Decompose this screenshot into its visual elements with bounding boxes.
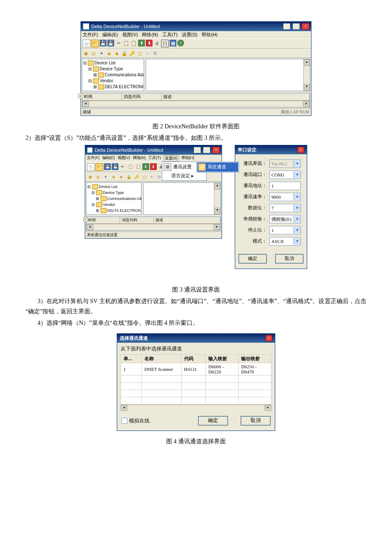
device-tree[interactable]: ⊟ Device List ⊟ Device Type ⊞ Communicat… [86,182,141,215]
tree-device-type[interactable]: ⊟ Device Type [87,190,140,196]
canvas[interactable]: ▴ ▾ [146,59,310,91]
tree-root[interactable]: ⊟ Device List [83,60,143,66]
refresh-icon[interactable]: ↻ [152,50,159,57]
paste-icon[interactable]: 📋 [135,163,141,170]
menu-edit[interactable]: 编辑(E) [102,155,115,162]
key-icon[interactable]: 🔑 [133,173,140,180]
open-icon[interactable]: 📂 [91,40,99,47]
tree-delta[interactable]: ⊞ DELTA ELECTRONIC, INC. [87,208,140,214]
copy-icon[interactable]: 📋 [127,163,134,170]
col-outmap[interactable]: 输出映射 [239,355,271,363]
net-icon[interactable]: ⬆ [142,163,149,170]
div-icon[interactable]: ÷ [148,173,155,180]
online-icon[interactable]: ◉ [87,173,94,180]
net-icon[interactable]: ⬆ [138,40,145,46]
cancel-button[interactable]: 取消 [275,254,303,263]
div-icon[interactable]: ÷ [144,50,151,57]
select-baud[interactable]: 9600▾ [269,193,301,201]
tree-delta[interactable]: ⊞ DELTA ELECTRONIC, INC [83,84,143,90]
node2-icon[interactable]: ◈ [113,50,120,57]
ok-button[interactable]: 确定 [198,416,228,425]
table-row[interactable] [121,397,271,405]
table-row[interactable]: 1 DNET Scanner H4131 D6000 - D6226 D6250… [121,363,271,376]
cut-icon[interactable]: ✂ [119,163,126,170]
save-icon[interactable]: 💾 [100,40,107,46]
paste-icon[interactable]: 📋 [130,40,137,46]
node-icon[interactable]: ◈ [110,173,117,180]
scroll-left-icon[interactable]: ◂ [82,101,89,107]
menu-help[interactable]: 帮助(H) [182,155,195,162]
scroll-left-icon[interactable]: ◂ [121,405,127,411]
select-databits[interactable]: 7▾ [269,204,301,212]
device-tree[interactable]: ⊟ Device List ⊟ Device Type ⊞ Communicat… [82,59,144,91]
scroll-left-icon[interactable]: ◂ [86,224,93,230]
log-grip-icon[interactable]: × [78,93,83,98]
tree-vendor[interactable]: ⊟ Vendor [83,78,143,84]
minimize-button[interactable]: _ [283,23,291,30]
cancel-button[interactable]: 取消 [241,416,271,425]
copy-icon[interactable]: 📋 [123,40,130,46]
print-icon[interactable]: 🖨 [153,40,160,46]
grid-icon[interactable]: ▦ [170,40,176,46]
select-mode[interactable]: ASCII▾ [269,237,301,246]
table-row[interactable] [121,376,271,383]
select-parity[interactable]: 偶校验(E)▾ [269,215,301,223]
lock-icon[interactable]: 🔒 [125,173,132,180]
new-icon[interactable]: □ [87,163,95,171]
menu-file[interactable]: 文件(F) [83,32,98,38]
select-interface[interactable]: Via PLC▾ [269,159,301,168]
lock-icon[interactable]: 🔒 [121,50,128,57]
menu-tools[interactable]: 工具(T) [148,155,161,162]
win-icon[interactable]: ☐ [161,40,169,47]
tree-vendor[interactable]: ⊟ Vendor [87,202,140,208]
scrollbar-vertical[interactable]: ▴ ▾ [303,59,310,91]
select-stopbits[interactable]: 1▾ [269,226,301,234]
help-icon[interactable]: ? [177,40,184,46]
col-inmap[interactable]: 输入映射 [206,355,239,363]
close-button[interactable]: × [302,23,309,30]
scroll-up-icon[interactable]: ▴ [304,59,310,66]
cut-icon[interactable]: ✂ [115,40,122,46]
table-row[interactable] [121,390,271,397]
scroll-down-icon[interactable]: ▾ [304,84,310,91]
menu-tools[interactable]: 工具(T) [162,32,178,38]
maximize-button[interactable]: □ [292,23,300,30]
menu-settings[interactable]: 设置(S) [164,155,179,162]
open-icon[interactable]: 📂 [95,163,103,171]
tree-comm-adapter[interactable]: ⊞ Communications Adapter [87,196,140,202]
offline-icon[interactable]: ◎ [90,50,97,57]
saveall-icon[interactable]: 💾 [107,40,114,46]
menu-lang-settings[interactable]: 语言设定 ▸ [163,172,206,180]
scroll-right-icon[interactable]: ▸ [303,101,310,107]
canvas[interactable]: ▴ ▾ [143,182,221,215]
menu-edit[interactable]: 编辑(E) [102,32,118,38]
col-code[interactable]: 代码 [182,355,206,363]
simulate-checkbox[interactable] [121,418,127,424]
menu-help[interactable]: 帮助(H) [202,32,217,38]
node2-icon[interactable]: ◈ [118,173,124,180]
menu-comm-settings[interactable]: ▥ 通讯设置 ▥ 系统通道 [163,162,206,172]
tree-device-type[interactable]: ⊟ Device Type [83,66,143,72]
col-unit[interactable]: 单... [121,355,142,363]
net2-icon[interactable]: ⬇ [150,163,157,170]
online-icon[interactable]: ◉ [83,50,89,57]
stop-icon[interactable]: ◻ [136,50,143,57]
menu-network[interactable]: 网络(N) [133,155,146,162]
scrollbar-vertical[interactable]: ▴ ▾ [214,183,220,214]
input-addr[interactable]: 1 [269,182,301,190]
log-grip-icon[interactable]: × [83,217,88,222]
scroll-right-icon[interactable]: ▸ [265,405,271,411]
select-port[interactable]: COM1▾ [269,171,301,179]
scrollbar-horizontal[interactable]: ◂ ▸ [82,101,310,107]
menu-settings[interactable]: 设置(S) [182,32,198,38]
scan-icon[interactable]: ✦ [98,50,105,57]
save-icon[interactable]: 💾 [104,163,111,170]
scroll-right-icon[interactable]: ▸ [213,224,220,230]
close-button[interactable]: × [297,147,304,153]
stop-icon[interactable]: ◻ [141,173,147,180]
col-name[interactable]: 名称 [142,355,182,363]
menu-network[interactable]: 网络(N) [142,32,158,38]
channel-table[interactable]: 单... 名称 代码 输入映射 输出映射 1 DNET Scanner H413… [121,354,271,405]
node-icon[interactable]: ◈ [106,50,112,57]
menu-file[interactable]: 文件(F) [87,155,100,162]
